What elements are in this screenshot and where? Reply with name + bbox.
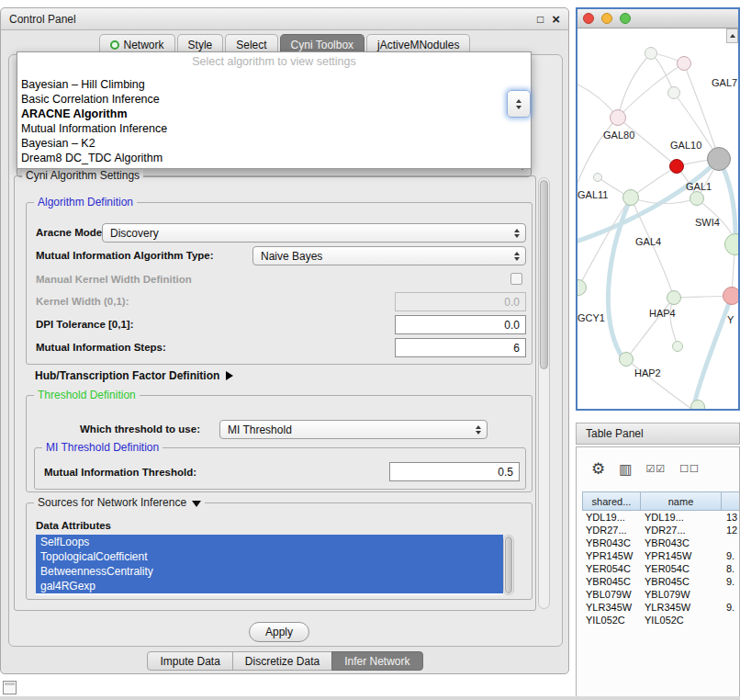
table-row[interactable]: YDR27...YDR27...12 [582, 524, 740, 536]
close-window-icon[interactable]: × [552, 12, 560, 26]
attributes-list-scrollbar[interactable] [503, 535, 514, 595]
control-panel-title: Control Panel [9, 13, 529, 26]
network-node[interactable] [672, 341, 683, 352]
network-node[interactable] [690, 191, 704, 206]
table-cell: YBR043C [582, 536, 641, 549]
bottom-tab-infer-network[interactable]: Infer Network [331, 651, 422, 671]
sources-group-title[interactable]: Sources for Network Inference [34, 496, 205, 510]
network-node[interactable] [593, 173, 602, 182]
select-all-icon[interactable]: ☑☑ [645, 464, 666, 474]
network-node-label-hap2: HAP2 [634, 367, 661, 378]
network-node[interactable] [669, 159, 684, 174]
network-canvas[interactable]: GAL80GAL7GAL10GAL11GAL1SWI4GAL4GCY1HAP4Y… [577, 28, 738, 409]
column-header-2[interactable] [721, 491, 740, 511]
network-node[interactable] [677, 56, 691, 71]
focused-spinner[interactable] [507, 90, 531, 118]
deselect-all-icon[interactable]: ☐☐ [679, 464, 700, 474]
table-panel-titlebar[interactable]: Table Panel [576, 423, 740, 445]
combo-stepper-icon [514, 252, 520, 261]
bottom-tab-discretize-data[interactable]: Discretize Data [232, 651, 332, 671]
attribute-item-topologicalcoefficient[interactable]: TopologicalCoefficient [36, 549, 503, 564]
table-row[interactable]: YBL079WYBL079W [582, 588, 740, 601]
minimize-traffic-light[interactable] [601, 13, 612, 24]
expander-expanded-icon [192, 501, 201, 507]
settings-scrollbar[interactable] [538, 177, 550, 609]
table-row[interactable]: YBR045CYBR045C9. [582, 575, 740, 588]
mi-threshold-input[interactable] [389, 462, 520, 481]
algorithm-option-aracne-algorithm[interactable]: ARACNE Algorithm [17, 107, 531, 121]
column-header-shared[interactable]: shared... [582, 491, 641, 511]
aracne-mode-label: Aracne Mode: [36, 227, 106, 238]
data-attributes-list[interactable]: SelfLoopsTopologicalCoefficientBetweenne… [36, 535, 503, 595]
table-cell: 12 [723, 524, 740, 536]
table-row[interactable]: YIL052CYIL052C [582, 614, 740, 627]
hub-definition-expander[interactable]: Hub/Transcription Factor Definition [35, 369, 233, 382]
mi-steps-input[interactable] [395, 338, 526, 357]
algorithm-option-basic-correlation-inference[interactable]: Basic Correlation Inference [17, 92, 531, 107]
network-node[interactable] [577, 279, 587, 296]
network-node[interactable] [619, 352, 633, 367]
zoom-traffic-light[interactable] [620, 13, 631, 24]
aracne-mode-select[interactable]: Discovery [102, 223, 526, 243]
network-node[interactable] [707, 147, 731, 171]
data-attributes-label: Data Attributes [36, 520, 111, 531]
table-cell: YBR043C [641, 536, 723, 549]
table-row[interactable]: YER054CYER054C8. [582, 562, 740, 575]
which-threshold-select[interactable]: MI Threshold [219, 420, 488, 439]
table-cell: 13 [723, 511, 740, 524]
tab-label: Select [236, 39, 266, 51]
which-threshold-value: MI Threshold [228, 423, 292, 436]
attribute-item-betweennesscentrality[interactable]: BetweennessCentrality [36, 564, 503, 579]
apply-button[interactable]: Apply [249, 622, 309, 642]
attribute-item-gal4rgexp[interactable]: gal4RGexp [36, 579, 503, 593]
table-panel-body: ⚙ ▥ ☑☑ ☐☐ shared...name YDL19...YDL19...… [576, 446, 740, 700]
network-node[interactable] [690, 400, 705, 409]
dpi-tolerance-input[interactable] [395, 315, 526, 334]
network-node[interactable] [610, 109, 626, 126]
float-window-icon[interactable]: □ [537, 14, 544, 25]
control-panel-titlebar[interactable]: Control Panel □ × [1, 8, 568, 30]
mi-steps-label: Mutual Information Steps: [36, 342, 166, 353]
network-window-titlebar[interactable] [577, 9, 738, 28]
restore-panel-icon[interactable] [3, 681, 17, 694]
network-node-label-gal7: GAL7 [712, 77, 737, 88]
column-layout-icon[interactable]: ▥ [619, 462, 632, 476]
kernel-width-input [395, 292, 526, 311]
network-node[interactable] [622, 189, 639, 206]
mi-threshold-definition-title: MI Threshold Definition [42, 441, 163, 455]
network-node[interactable] [645, 47, 657, 60]
manual-kernel-width-checkbox[interactable] [510, 273, 522, 285]
network-node[interactable] [667, 86, 680, 99]
network-node[interactable] [724, 233, 738, 255]
table-cell: YDL19... [641, 511, 723, 524]
algorithm-option-bayesian-hill-climbing[interactable]: Bayesian – Hill Climbing [17, 77, 531, 92]
algorithm-option-bayesian-k2[interactable]: Bayesian – K2 [17, 136, 531, 151]
network-node[interactable] [723, 287, 738, 305]
algorithm-option-dream8-dc-tdc-algorithm[interactable]: Dream8 DC_TDC Algorithm [17, 151, 531, 165]
kernel-width-label: Kernel Width (0,1): [36, 296, 129, 307]
table-cell: YBR045C [582, 575, 641, 588]
scrollbar-thumb[interactable] [505, 536, 512, 593]
network-node[interactable] [667, 290, 681, 305]
algorithm-option-mutual-information-inference[interactable]: Mutual Information Inference [17, 121, 531, 136]
tab-label: Cyni Toolbox [291, 39, 353, 51]
table-cell: YDR27... [582, 524, 641, 536]
table-row[interactable]: YLR345WYLR345W9. [582, 601, 740, 614]
table-row[interactable]: YPR145WYPR145W9. [582, 549, 740, 562]
algorithm-definition-group: Algorithm Definition Aracne Mode: Discov… [26, 202, 533, 365]
close-traffic-light[interactable] [583, 13, 594, 24]
table-row[interactable]: YDL19...YDL19...13 [582, 511, 740, 524]
table-header-row: shared...name [582, 491, 740, 511]
bottom-tab-impute-data[interactable]: Impute Data [147, 651, 232, 671]
threshold-definition-title: Threshold Definition [34, 389, 140, 402]
table-row[interactable]: YBR043CYBR043C [582, 536, 740, 549]
combo-stepper-icon [476, 425, 481, 435]
mi-algorithm-type-select[interactable]: Naive Bayes [252, 246, 526, 265]
attribute-item-selfloops[interactable]: SelfLoops [36, 535, 503, 549]
column-header-name[interactable]: name [640, 491, 722, 511]
table-cell: YBR045C [641, 575, 723, 588]
settings-gear-icon[interactable]: ⚙ [591, 461, 605, 477]
canvas-scrollbar[interactable] [726, 28, 738, 43]
table-cell: YBL079W [582, 588, 641, 601]
scrollbar-thumb[interactable] [540, 180, 548, 369]
